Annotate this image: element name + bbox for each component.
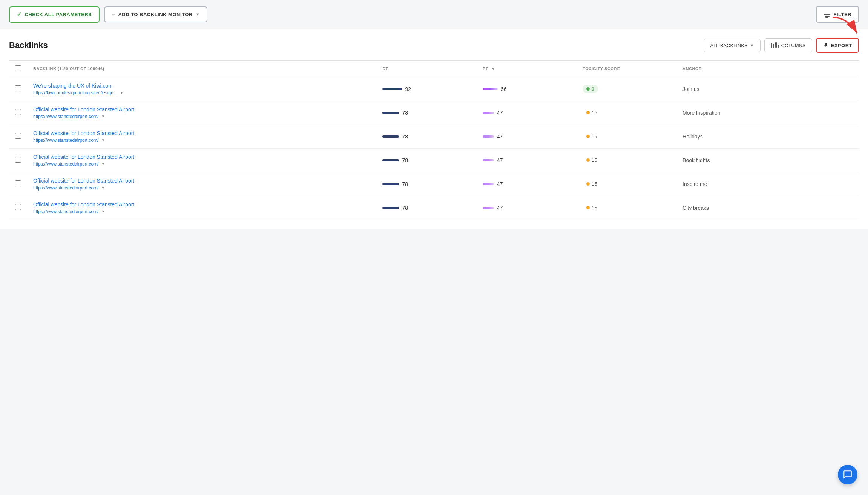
table-row: Official website for London Stansted Air…	[9, 101, 859, 125]
pt-bar	[483, 112, 494, 114]
select-all-checkbox[interactable]	[15, 65, 21, 71]
toxicity-badge: 15	[583, 132, 601, 141]
dt-bar	[382, 112, 399, 114]
row-checkbox[interactable]	[15, 133, 21, 139]
url-dropdown-arrow[interactable]: ▼	[101, 138, 105, 142]
th-select-all[interactable]	[9, 60, 27, 77]
pt-bar	[483, 207, 494, 209]
pt-score: 47	[483, 205, 570, 211]
table-header-row: Backlinks ALL BACKLINKS ▼ COLUMNS	[9, 38, 859, 53]
chevron-down-icon: ▼	[196, 12, 200, 17]
dt-score: 78	[382, 157, 471, 163]
all-backlinks-label: ALL BACKLINKS	[710, 43, 747, 48]
dt-score: 78	[382, 181, 471, 187]
th-dt: DT	[376, 60, 477, 77]
pt-value: 47	[497, 181, 503, 187]
url-dropdown-arrow[interactable]: ▼	[101, 209, 105, 214]
dt-score: 78	[382, 110, 471, 116]
toxicity-value: 15	[592, 157, 597, 163]
toxicity-value: 0	[592, 86, 594, 92]
backlink-url[interactable]: https://www.stanstedairport.com/ ▼	[33, 185, 370, 191]
toxicity-dot	[586, 206, 590, 209]
backlink-title[interactable]: We're shaping the UX of Kiwi.com	[33, 83, 370, 89]
columns-icon	[771, 42, 779, 49]
backlink-title[interactable]: Official website for London Stansted Air…	[33, 106, 370, 112]
check-all-parameters-button[interactable]: ✓ CHECK ALL PARAMETERS	[9, 6, 100, 23]
dt-bar	[382, 183, 399, 185]
export-wrapper: EXPORT	[816, 38, 859, 53]
dt-score: 92	[382, 86, 471, 92]
filter-label: FILTER	[833, 12, 851, 17]
dt-bar	[382, 135, 399, 138]
row-checkbox[interactable]	[15, 157, 21, 163]
row-checkbox[interactable]	[15, 109, 21, 115]
pt-value: 66	[501, 86, 507, 92]
filter-button[interactable]: FILTER	[816, 6, 859, 23]
backlink-url[interactable]: https://kiwicomdesign.notion.site/Design…	[33, 90, 370, 95]
th-pt[interactable]: PT ▼	[477, 60, 577, 77]
dt-score: 78	[382, 205, 471, 211]
pt-value: 47	[497, 110, 503, 116]
row-checkbox[interactable]	[15, 180, 21, 186]
backlink-url[interactable]: https://www.stanstedairport.com/ ▼	[33, 114, 370, 119]
pt-value: 47	[497, 134, 503, 140]
toxicity-value: 15	[592, 181, 597, 187]
url-dropdown-arrow[interactable]: ▼	[120, 91, 124, 95]
backlink-title[interactable]: Official website for London Stansted Air…	[33, 178, 370, 184]
backlink-url[interactable]: https://www.stanstedairport.com/ ▼	[33, 161, 370, 167]
anchor-text: Inspire me	[682, 181, 707, 187]
columns-label: COLUMNS	[781, 43, 806, 48]
th-backlink: BACKLINK (1-20 OUT OF 109046)	[27, 60, 376, 77]
pt-bar	[483, 88, 498, 90]
backlinks-table: BACKLINK (1-20 OUT OF 109046) DT PT ▼ TO…	[9, 60, 859, 220]
pt-score: 47	[483, 181, 570, 187]
dt-value: 92	[405, 86, 411, 92]
dt-value: 78	[402, 181, 408, 187]
anchor-text: Holidays	[682, 134, 703, 140]
table-controls: ALL BACKLINKS ▼ COLUMNS	[704, 38, 859, 53]
pt-bar	[483, 159, 494, 161]
backlink-url[interactable]: https://www.stanstedairport.com/ ▼	[33, 209, 370, 214]
anchor-text: Join us	[682, 86, 699, 92]
pt-bar	[483, 135, 494, 138]
backlink-url[interactable]: https://www.stanstedairport.com/ ▼	[33, 138, 370, 143]
pt-score: 47	[483, 134, 570, 140]
url-dropdown-arrow[interactable]: ▼	[101, 114, 105, 118]
checkmark-icon: ✓	[17, 11, 22, 18]
backlink-title[interactable]: Official website for London Stansted Air…	[33, 201, 370, 208]
row-checkbox[interactable]	[15, 204, 21, 210]
anchor-text: City breaks	[682, 205, 709, 211]
plus-icon: +	[112, 11, 115, 18]
url-dropdown-arrow[interactable]: ▼	[101, 186, 105, 190]
svg-rect-1	[824, 48, 828, 48]
dt-value: 78	[402, 157, 408, 163]
pt-score: 66	[483, 86, 570, 92]
toxicity-badge: 15	[583, 203, 601, 212]
toxicity-value: 15	[592, 134, 597, 139]
toxicity-badge: 0	[583, 85, 598, 93]
toxicity-badge: 15	[583, 156, 601, 164]
export-button[interactable]: EXPORT	[816, 38, 859, 53]
dt-bar	[382, 159, 399, 161]
toxicity-value: 15	[592, 205, 597, 211]
dt-bar	[382, 88, 402, 90]
dt-value: 78	[402, 110, 408, 116]
all-backlinks-button[interactable]: ALL BACKLINKS ▼	[704, 39, 760, 52]
table-row: We're shaping the UX of Kiwi.com https:/…	[9, 77, 859, 101]
backlink-title[interactable]: Official website for London Stansted Air…	[33, 154, 370, 160]
add-to-backlink-monitor-button[interactable]: + ADD TO BACKLINK MONITOR ▼	[104, 6, 208, 22]
sort-icon: ▼	[491, 66, 495, 71]
backlink-title[interactable]: Official website for London Stansted Air…	[33, 130, 370, 136]
url-dropdown-arrow[interactable]: ▼	[101, 162, 105, 166]
export-label: EXPORT	[831, 43, 852, 48]
toxicity-dot	[586, 158, 590, 162]
toxicity-dot	[586, 111, 590, 114]
anchor-text: More Inspiration	[682, 110, 720, 116]
columns-button[interactable]: COLUMNS	[764, 38, 812, 52]
download-icon	[823, 42, 829, 49]
add-backlink-label: ADD TO BACKLINK MONITOR	[118, 12, 192, 17]
row-checkbox[interactable]	[15, 85, 21, 91]
th-anchor: ANCHOR	[676, 60, 859, 77]
table-row: Official website for London Stansted Air…	[9, 148, 859, 172]
chevron-down-icon: ▼	[750, 43, 754, 48]
